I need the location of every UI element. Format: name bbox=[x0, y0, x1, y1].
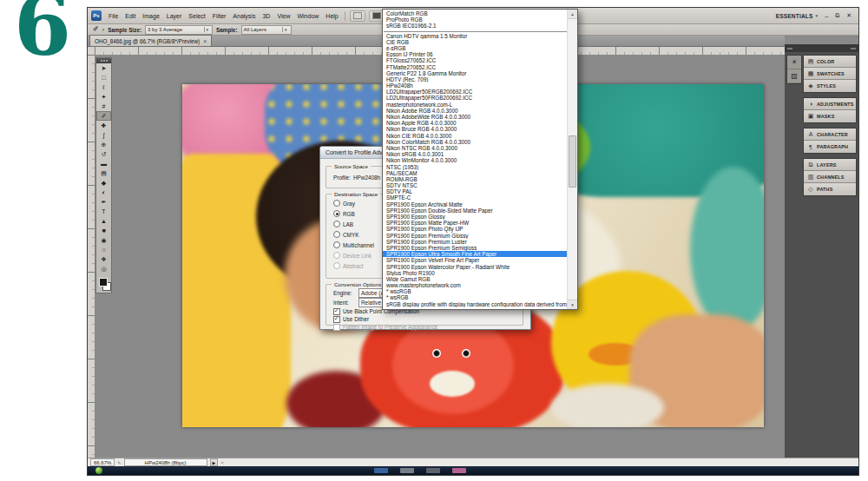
tool-button[interactable]: ○ bbox=[96, 245, 111, 254]
profile-list-item[interactable]: e-sRGB bbox=[383, 45, 568, 51]
profile-list-item[interactable]: Nikon AdobeWide RGB 4.0.0.3000 bbox=[383, 114, 568, 120]
menu-item[interactable]: Window bbox=[293, 11, 322, 21]
profile-list-item[interactable]: SPR1900 Epson Premium Glossy bbox=[383, 233, 568, 239]
menu-item[interactable]: Help bbox=[322, 11, 341, 21]
profile-list-item[interactable]: SPR1900 Epson Watercolor Paper - Radiant… bbox=[383, 264, 568, 270]
menu-item[interactable]: Analysis bbox=[229, 11, 259, 21]
start-orb-icon[interactable] bbox=[95, 467, 102, 474]
profile-list-item[interactable]: * wscRGB bbox=[383, 288, 568, 294]
tool-button[interactable]: ▲ bbox=[96, 216, 111, 226]
profile-list-item[interactable]: SDTV PAL bbox=[383, 188, 568, 194]
profile-list-item[interactable]: FTMatte270652.ICC bbox=[383, 64, 568, 70]
profile-list-item[interactable]: SPR1900 Epson Glossy bbox=[383, 214, 568, 220]
taskbar-item[interactable] bbox=[400, 468, 414, 473]
panel-button[interactable]: ⧉LAYERS bbox=[804, 159, 856, 171]
launch-bridge-button[interactable] bbox=[350, 10, 365, 22]
radio-button[interactable] bbox=[333, 262, 340, 269]
panel-button[interactable]: ▣MASKS bbox=[804, 110, 856, 122]
profile-list-item[interactable]: SPR1900 Epson Velvet Fine Art Paper bbox=[383, 257, 568, 263]
profile-list-item[interactable]: Wide Gamut RGB bbox=[383, 276, 568, 282]
tool-button[interactable]: ⊕ bbox=[96, 140, 111, 149]
profile-list-item[interactable]: Nikon Adobe RGB 4.0.0.3000 bbox=[383, 108, 568, 114]
panel-button[interactable]: ▤COLOR bbox=[804, 56, 856, 68]
profile-list-item[interactable]: * wsRGB bbox=[383, 294, 568, 300]
workspace-switcher[interactable]: ESSENTIALS▾ bbox=[776, 13, 819, 19]
tool-button[interactable]: ■ bbox=[96, 226, 111, 235]
taskbar-item[interactable] bbox=[374, 468, 388, 473]
profile-list-item[interactable]: SPR1900 Epson Double-Sided Matte Paper bbox=[383, 208, 568, 214]
panel-button[interactable]: ▦SWATCHES bbox=[804, 68, 856, 80]
profile-list-item[interactable]: SPR1900 Epson Ultra Smooth Fine Art Pape… bbox=[383, 251, 568, 257]
menu-item[interactable]: Image bbox=[139, 11, 162, 21]
tool-button[interactable]: ◐ bbox=[96, 188, 111, 197]
tool-button[interactable]: ▬ bbox=[96, 159, 111, 168]
sample-dropdown[interactable]: All Layers▾ bbox=[241, 25, 292, 35]
scrollbar[interactable]: ▲ ▼ bbox=[567, 10, 577, 309]
profile-list-item[interactable]: Canon HDTV gamma 1.5 Monitor bbox=[383, 33, 568, 39]
restore-button[interactable]: ⧉ bbox=[832, 11, 843, 20]
profile-list-item[interactable]: Nikon NTSC RGB 4.0.0.3000 bbox=[383, 145, 568, 151]
profile-list-item[interactable]: SPR1900 Epson Matte Paper-HW bbox=[383, 220, 568, 226]
zoom-percentage-field[interactable]: 66.67% bbox=[90, 458, 115, 466]
profile-list-item[interactable]: HDTV (Rec. 709) bbox=[383, 76, 568, 82]
menu-item[interactable]: Filter bbox=[209, 11, 230, 21]
tool-button[interactable]: ◎ bbox=[96, 264, 111, 273]
panel-button[interactable]: ◑ADJUSTMENTS bbox=[804, 98, 856, 110]
panel-button[interactable]: ¶PARAGRAPH bbox=[804, 141, 856, 153]
document-tab[interactable]: OHO_8466.jpg @ 66.7% (RGB/8*/Preview) × bbox=[89, 35, 212, 46]
profile-list-item[interactable]: PAL/SECAM bbox=[383, 170, 568, 176]
profile-list-item[interactable]: Generic P22 1.8 Gamma Monitor bbox=[383, 70, 568, 76]
scroll-down-icon[interactable]: ▼ bbox=[568, 300, 577, 309]
radio-button[interactable] bbox=[333, 221, 340, 227]
profile-list-item[interactable]: Nikon WinMonitor 4.0.0.3000 bbox=[383, 157, 568, 163]
profile-list-item[interactable]: Nikon CIE RGB 4.0.0.3000 bbox=[383, 133, 568, 139]
profile-list-item[interactable]: SMPTE-C bbox=[383, 194, 568, 201]
profile-list-item[interactable]: CIE RGB bbox=[383, 39, 568, 45]
sample-size-dropdown[interactable]: 3 by 3 Average▾ bbox=[145, 25, 213, 35]
profile-list-item[interactable]: LD2Ultrapaper50FRGB200692.ICC bbox=[383, 95, 568, 101]
tool-button[interactable]: ❖ bbox=[96, 254, 111, 264]
profile-list-item[interactable]: masterphotonetwork.com-L bbox=[383, 102, 568, 108]
profile-list-item[interactable]: SDTV NTSC bbox=[383, 182, 568, 188]
tool-button[interactable]: ℓ bbox=[96, 82, 111, 92]
adjustments-shortcut-icon[interactable]: ☀ bbox=[787, 56, 801, 69]
taskbar-item[interactable] bbox=[452, 468, 466, 473]
profile-list-item[interactable]: SPR1900 Epson Premium Semigloss bbox=[383, 245, 568, 251]
scrollbar-thumb[interactable] bbox=[569, 135, 576, 188]
menu-item[interactable]: 3D bbox=[259, 11, 273, 21]
radio-button[interactable] bbox=[333, 241, 340, 248]
profile-list-item[interactable]: SPR1900 Epson Premium Luster bbox=[383, 239, 568, 245]
tool-button[interactable]: ✚ bbox=[96, 121, 111, 130]
menu-item[interactable]: Edit bbox=[122, 11, 139, 21]
dock-header[interactable] bbox=[785, 44, 858, 52]
profile-list-item[interactable]: Nikon Bruce RGB 4.0.0.3000 bbox=[383, 126, 568, 132]
profile-list-item[interactable]: sRGB IEC61966-2.1 bbox=[383, 23, 568, 29]
profile-list-item[interactable]: www.masterphotonetwork.com bbox=[383, 282, 568, 288]
panel-button[interactable]: ▥CHANNELS bbox=[804, 171, 856, 183]
chevron-down-icon[interactable]: ▾ bbox=[102, 27, 105, 32]
profile-list-item[interactable]: ColorMatch RGB bbox=[383, 10, 568, 16]
tool-button[interactable]: ʃ bbox=[96, 130, 111, 140]
profile-list-item[interactable]: Epson IJ Printer 06 bbox=[383, 51, 568, 57]
close-button[interactable]: ✕ bbox=[843, 11, 855, 20]
profile-list-item[interactable]: Nikon sRGB 4.0.0.3001 bbox=[383, 151, 568, 157]
tool-button[interactable]: □ bbox=[96, 73, 111, 82]
panel-button[interactable]: ◈STYLES bbox=[804, 80, 856, 92]
minimize-button[interactable]: – bbox=[821, 12, 832, 20]
tool-button[interactable]: T bbox=[96, 207, 111, 216]
menu-item[interactable]: File bbox=[105, 11, 122, 21]
radio-button[interactable] bbox=[333, 210, 340, 217]
photoshop-logo-icon[interactable]: Ps bbox=[91, 10, 102, 21]
profile-list-item[interactable]: SPR1900 Epson Photo Qlty IJP bbox=[383, 226, 568, 232]
profile-list-item[interactable]: SPR1900 Epson Archival Matte bbox=[383, 201, 568, 208]
profile-list-item[interactable]: ProPhoto RGB bbox=[383, 16, 568, 23]
masks-shortcut-icon[interactable]: ▨ bbox=[787, 69, 801, 83]
tab-close-icon[interactable]: × bbox=[203, 38, 207, 44]
menu-item[interactable]: Select bbox=[185, 11, 208, 21]
menu-item[interactable]: Layer bbox=[163, 11, 186, 21]
tool-button[interactable]: ↺ bbox=[96, 149, 111, 159]
panel-button[interactable]: ACHARACTER bbox=[804, 128, 856, 141]
tool-button[interactable]: ➤ bbox=[96, 63, 111, 73]
foreground-color-swatch[interactable] bbox=[99, 278, 108, 287]
menu-item[interactable]: View bbox=[273, 11, 293, 21]
